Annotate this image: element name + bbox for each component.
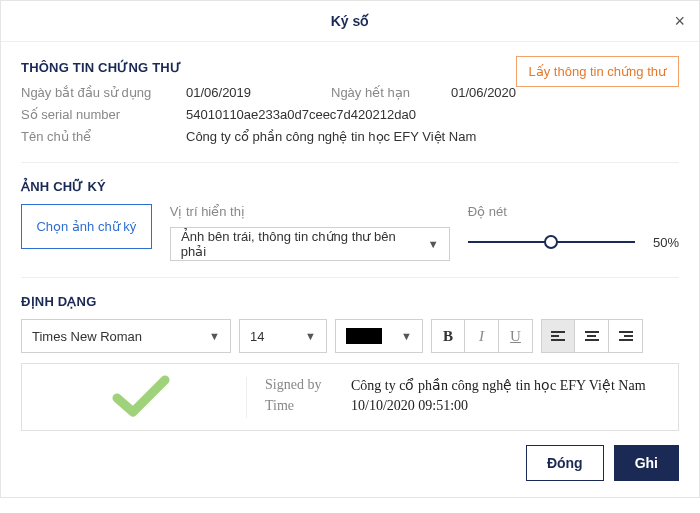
opacity-value: 50% <box>653 235 679 250</box>
checkmark-icon <box>36 374 246 420</box>
bold-button[interactable]: B <box>431 319 465 353</box>
opacity-slider[interactable] <box>468 227 635 257</box>
digital-sign-modal: Ký số × THÔNG TIN CHỨNG THƯ Lấy thông ti… <box>0 0 700 498</box>
fetch-cert-button[interactable]: Lấy thông tin chứng thư <box>516 56 679 87</box>
caret-down-icon: ▼ <box>428 238 439 250</box>
position-label: Vị trí hiển thị <box>170 204 450 219</box>
align-left-button[interactable] <box>541 319 575 353</box>
align-center-icon <box>585 331 599 341</box>
font-color-select[interactable]: ▼ <box>335 319 423 353</box>
text-align-group <box>541 319 643 353</box>
text-style-group: B I U <box>431 319 533 353</box>
modal-title: Ký số <box>331 13 370 29</box>
font-family-select[interactable]: Times New Roman ▼ <box>21 319 231 353</box>
caret-down-icon: ▼ <box>305 330 316 342</box>
modal-header: Ký số × <box>1 1 699 42</box>
format-section-title: ĐỊNH DẠNG <box>21 294 679 309</box>
certificate-section: THÔNG TIN CHỨNG THƯ Lấy thông tin chứng … <box>21 60 679 144</box>
signature-preview: Signed by Công ty cổ phần công nghệ tin … <box>21 363 679 431</box>
opacity-label: Độ nét <box>468 204 679 219</box>
format-toolbar: Times New Roman ▼ 14 ▼ ▼ B I U <box>21 319 679 353</box>
save-button[interactable]: Ghi <box>614 445 679 481</box>
modal-footer: Đóng Ghi <box>21 445 679 487</box>
divider <box>21 162 679 163</box>
sig-section-title: ẢNH CHỮ KÝ <box>21 179 679 194</box>
font-size-select[interactable]: 14 ▼ <box>239 319 327 353</box>
end-date-value: 01/06/2020 <box>451 85 516 100</box>
slider-thumb[interactable] <box>544 235 558 249</box>
divider <box>21 277 679 278</box>
position-select-value: Ảnh bên trái, thông tin chứng thư bên ph… <box>181 229 419 259</box>
serial-label: Số serial number <box>21 107 186 122</box>
subject-label: Tên chủ thể <box>21 129 186 144</box>
italic-button[interactable]: I <box>465 319 499 353</box>
modal-body: THÔNG TIN CHỨNG THƯ Lấy thông tin chứng … <box>1 42 699 497</box>
underline-button[interactable]: U <box>499 319 533 353</box>
align-right-button[interactable] <box>609 319 643 353</box>
format-section: ĐỊNH DẠNG Times New Roman ▼ 14 ▼ ▼ B I <box>21 294 679 487</box>
subject-value: Công ty cổ phần công nghệ tin học EFY Vi… <box>186 129 476 144</box>
sign-time-value: 10/10/2020 09:51:00 <box>351 398 468 414</box>
end-date-label: Ngày hết hạn <box>331 85 451 100</box>
signed-by-label: Signed by <box>265 377 351 394</box>
signed-by-value: Công ty cổ phần công nghệ tin học EFY Vi… <box>351 377 646 394</box>
signature-image-section: ẢNH CHỮ KÝ Chọn ảnh chữ ký Vị trí hiển t… <box>21 179 679 261</box>
align-left-icon <box>551 331 565 341</box>
caret-down-icon: ▼ <box>209 330 220 342</box>
align-right-icon <box>619 331 633 341</box>
font-family-value: Times New Roman <box>32 329 142 344</box>
close-icon[interactable]: × <box>674 11 685 32</box>
close-button[interactable]: Đóng <box>526 445 604 481</box>
position-select[interactable]: Ảnh bên trái, thông tin chứng thư bên ph… <box>170 227 450 261</box>
sign-time-label: Time <box>265 398 351 414</box>
start-date-label: Ngày bắt đầu sử dụng <box>21 85 186 100</box>
font-size-value: 14 <box>250 329 264 344</box>
align-center-button[interactable] <box>575 319 609 353</box>
serial-value: 54010110ae233a0d7ceec7d420212da0 <box>186 107 416 122</box>
color-swatch <box>346 328 382 344</box>
choose-signature-image-button[interactable]: Chọn ảnh chữ ký <box>21 204 152 249</box>
start-date-value: 01/06/2019 <box>186 85 251 100</box>
caret-down-icon: ▼ <box>401 330 412 342</box>
